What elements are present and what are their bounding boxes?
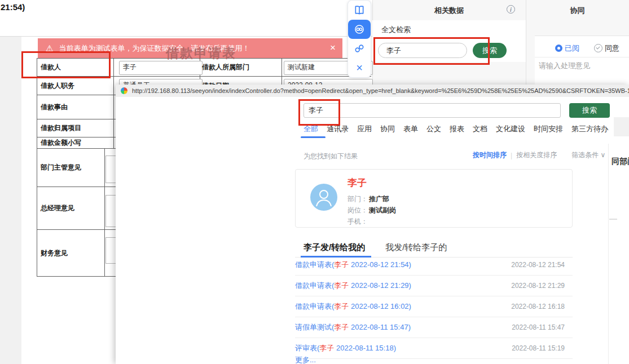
left-gutter [0,37,21,364]
result-link[interactable]: 评审表(李子 2022-08-11 15:18) [295,344,396,352]
result-date: 2022-08-12 16:18 [511,296,565,317]
cell-border [113,95,114,119]
read-label: 已阅 [565,43,579,54]
popup-search-button[interactable]: 搜索 [569,103,610,118]
popup-sidebar-heading: 同部门 [612,157,629,167]
profile-phone: 手机： [348,217,369,227]
dept-manager-opinion-label: 部门主管意见 [41,149,81,187]
link-suffix: 2022-08-11 15:18) [334,344,396,352]
general-manager-opinion-label: 总经理意见 [41,187,74,229]
read-option[interactable]: 已阅 [555,43,579,54]
active-tab-underline [301,136,326,138]
link-keyword: 李子 [334,281,349,290]
link-prefix: 借款申请表( [295,302,334,310]
fulltext-search-label: 全文检索 [381,25,411,35]
result-list-tabs: 李子发/转给我的 我发/转给李子的 [303,242,447,253]
link-icon[interactable] [348,20,371,39]
dept-value: 推广部 [369,195,389,203]
tab-apps[interactable]: 应用 [357,124,372,134]
sort-by-relevance[interactable]: 按相关度排序 [516,150,557,160]
post-value: 测试副岗 [369,206,396,214]
result-row: 借款申请表(李子 2022-08-12 21:29) 2022-08-12 21… [295,276,573,296]
agree-check-icon [594,44,602,52]
cell-border [113,77,114,95]
result-row: 评审表(李子 2022-08-11 15:18) 2022-08-11 15:1… [295,338,573,359]
result-row: 借款申请表(李子 2022-08-12 21:54) 2022-08-12 21… [295,255,573,276]
result-link[interactable]: 借款申请表(李子 2022-08-12 21:54) [295,260,411,269]
post-label: 岗位： [348,206,368,214]
tab-schedule[interactable]: 时间安排 [534,124,563,134]
tab-documents[interactable]: 文档 [473,124,487,134]
related-data-title: 相关数据 [372,6,526,16]
link-suffix: 2022-08-12 21:54) [349,260,411,269]
read-icon [555,45,562,52]
cell-border [113,119,114,137]
opinion-toolbar: 已阅 同意 [535,39,629,57]
tab-third-party[interactable]: 第三方待办 [571,124,608,134]
cell-border [104,149,105,187]
cell-border [113,137,114,148]
close-icon[interactable]: × [348,58,371,77]
agree-option[interactable]: 同意 [594,43,619,54]
popup-url: http://192.168.80.113/seeyon/index/index… [132,87,629,94]
tab-sent-by-me[interactable]: 我发/转给李子的 [385,242,447,253]
agree-label: 同意 [605,43,619,54]
book-icon[interactable] [348,1,371,20]
comment-textarea[interactable]: 请输入处理意见 [539,61,590,71]
tab-reports[interactable]: 报表 [450,124,464,134]
tab-collab[interactable]: 协同 [380,124,395,134]
site-favicon-icon [121,87,127,94]
cell-border [281,59,282,76]
link-keyword: 李子 [334,323,349,331]
loan-amount-label: 借款金额小写 [41,137,81,148]
sort-by-time[interactable]: 按时间排序 [473,150,507,160]
link-keyword: 李子 [319,344,334,352]
loan-project-label: 借款归属项目 [41,119,81,137]
dept-label: 部门： [348,195,368,203]
filter-dropdown[interactable]: 筛选条件 ∨ [571,150,605,160]
profile-post: 岗位：测试副岗 [348,206,396,215]
tab-sent-to-me[interactable]: 李子发/转给我的 [303,242,365,253]
annotation-rect-related-search [373,37,490,65]
cell-border [104,230,105,277]
info-icon[interactable]: i [507,5,515,14]
result-date: 2022-08-11 15:19 [512,338,565,358]
link-prefix: 借款申请表( [295,281,334,290]
result-list: 借款申请表(李子 2022-08-12 21:54) 2022-08-12 21… [295,255,573,359]
annotation-rect-borrower [21,51,111,78]
borrower-field[interactable]: 李子 [119,61,203,75]
finance-opinion-label: 财务意见 [41,230,68,277]
annotation-rect-popup-keyword [298,99,340,126]
category-tabs: 全部 通讯录 应用 协同 表单 公文 报表 文档 文化建设 时间安排 第三方待办 [303,124,608,134]
result-date: 2022-08-12 21:29 [511,276,565,296]
result-row: 借款申请表(李子 2022-08-12 16:02) 2022-08-12 16… [295,296,573,317]
side-toolbar: × [348,0,371,78]
tabs-overflow-block [614,117,629,136]
popup-url-bar[interactable]: http://192.168.80.113/seeyon/index/index… [116,85,629,97]
position-label: 借款人职务 [41,77,74,95]
link-suffix: 2022-08-12 16:02) [349,302,411,310]
result-link[interactable]: 借款申请表(李子 2022-08-12 21:29) [295,281,411,290]
link-suffix: 2022-08-11 15:47) [349,323,411,331]
collaboration-title: 协同 [526,6,629,16]
result-hint: 为您找到如下结果 [303,152,358,161]
sort-controls: 按时间排序 | 按相关度排序 筛选条件 ∨ [473,150,605,160]
more-results-link[interactable]: 更多... [295,355,316,364]
result-link[interactable]: 借款申请表(李子 2022-08-12 16:02) [295,302,411,310]
tab-official-docs[interactable]: 公文 [426,124,441,134]
banner-close-icon[interactable]: × [330,42,336,54]
popup-sidebar-divider [608,144,609,364]
result-date: 2022-08-12 21:54 [511,255,565,275]
link-prefix: 请假单测试( [295,323,334,331]
popup-search-input[interactable]: 李子 [303,103,561,118]
tab-culture[interactable]: 文化建设 [496,124,525,134]
header-divider [0,36,372,37]
form-title-watermark: 借款申请表 [166,45,236,62]
page-title-partial: 21:54) [1,2,25,12]
profile-name[interactable]: 李子 [348,176,367,189]
tab-forms[interactable]: 表单 [403,124,418,134]
profile-card: 李子 部门：推广部 岗位：测试副岗 手机： [295,169,573,228]
relation-icon[interactable] [348,39,371,58]
cell-border [104,187,105,229]
result-link[interactable]: 请假单测试(李子 2022-08-11 15:47) [295,323,411,331]
